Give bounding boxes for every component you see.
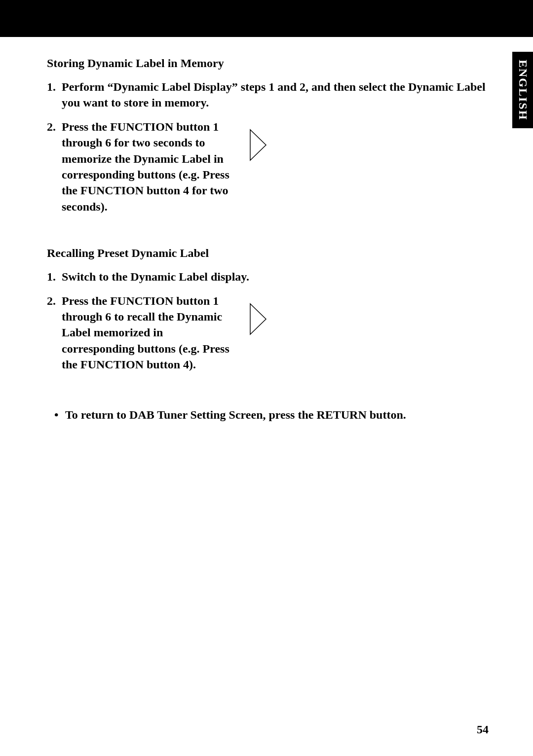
section2-step2: 2. Press the FUNCTION button 1 through 6… — [47, 293, 234, 373]
arrow-right-icon — [249, 303, 267, 335]
section-heading-storing: Storing Dynamic Label in Memory — [47, 57, 489, 70]
step-text: Press the FUNCTION button 1 through 6 fo… — [62, 119, 234, 215]
section2-step1: 1. Switch to the Dynamic Label display. — [47, 269, 489, 285]
section1-step2: 2. Press the FUNCTION button 1 through 6… — [47, 119, 234, 215]
page-content: Storing Dynamic Label in Memory 1. Perfo… — [0, 37, 533, 423]
page-number: 54 — [477, 723, 489, 736]
step-number: 2. — [47, 119, 62, 215]
step-number: 1. — [47, 79, 62, 111]
step-number: 1. — [47, 269, 62, 285]
step-text: Switch to the Dynamic Label display. — [62, 269, 489, 285]
step-text: Press the FUNCTION button 1 through 6 to… — [62, 293, 234, 373]
step-text: Perform “Dynamic Label Display” steps 1 … — [62, 79, 489, 111]
return-note: • To return to DAB Tuner Setting Screen,… — [54, 407, 489, 423]
bullet-dot: • — [54, 407, 65, 423]
arrow-right-icon — [249, 129, 267, 161]
section-heading-recalling: Recalling Preset Dynamic Label — [47, 247, 489, 260]
bullet-text: To return to DAB Tuner Setting Screen, p… — [65, 407, 406, 423]
section2-step2-row: 2. Press the FUNCTION button 1 through 6… — [47, 293, 489, 378]
language-tab: ENGLISH — [512, 52, 533, 128]
language-label: ENGLISH — [516, 60, 530, 120]
section1-step1: 1. Perform “Dynamic Label Display” steps… — [47, 79, 489, 111]
section1-step2-row: 2. Press the FUNCTION button 1 through 6… — [47, 119, 489, 219]
step-number: 2. — [47, 293, 62, 373]
header-bar — [0, 0, 533, 37]
